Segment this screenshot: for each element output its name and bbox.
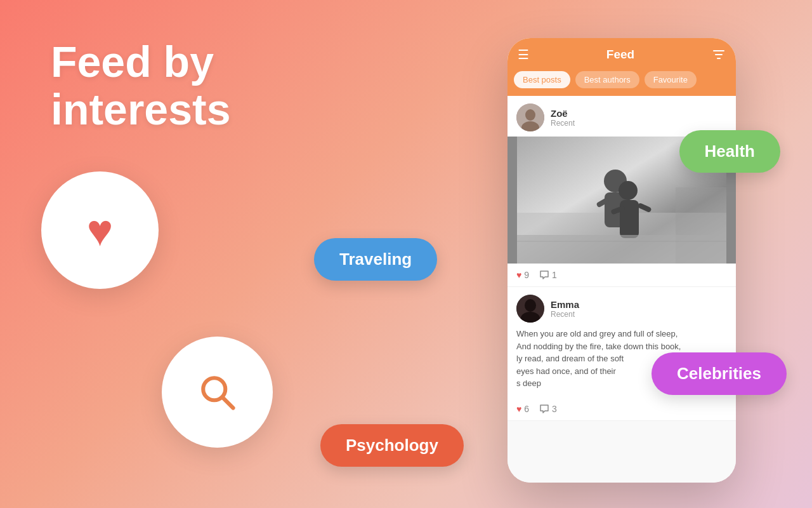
- post-text-line2: And nodding by the fire, take down this …: [516, 340, 727, 353]
- phone-header: ☰ Feed: [508, 38, 736, 71]
- menu-icon[interactable]: ☰: [518, 47, 529, 62]
- like-action-1[interactable]: ♥ 9: [516, 270, 529, 280]
- heart-icon-1: ♥: [516, 270, 521, 280]
- comment-count-2: 3: [552, 404, 557, 414]
- avatar-emma-img: [516, 295, 544, 323]
- author-time-emma: Recent: [551, 310, 579, 319]
- phone-mockup: ☰ Feed Best posts Best authors Favourite: [508, 38, 736, 483]
- post-text-line1: When you are old and grey and full of sl…: [516, 328, 727, 340]
- phone-title: Feed: [606, 48, 634, 62]
- svg-point-19: [525, 299, 536, 312]
- tab-favourite[interactable]: Favourite: [645, 71, 697, 88]
- author-info-zoe: Zoë Recent: [551, 108, 575, 128]
- tag-health[interactable]: Health: [679, 130, 780, 173]
- svg-rect-16: [517, 235, 726, 264]
- svg-point-3: [525, 109, 535, 121]
- like-count-1: 9: [524, 270, 529, 280]
- comment-action-2[interactable]: 3: [539, 404, 557, 414]
- headline: Feed by interests: [51, 38, 230, 133]
- heart-icon-2: ♥: [516, 404, 521, 414]
- svg-rect-13: [620, 200, 639, 238]
- tag-psychology[interactable]: Psychology: [320, 424, 464, 467]
- post-actions-1: ♥ 9 1: [508, 264, 736, 286]
- comment-action-1[interactable]: 1: [539, 270, 557, 280]
- comment-icon-1: [539, 270, 549, 280]
- tag-traveling[interactable]: Traveling: [314, 238, 437, 281]
- like-action-2[interactable]: ♥ 6: [516, 404, 529, 414]
- comment-icon-2: [539, 404, 549, 414]
- filter-icon[interactable]: [712, 48, 726, 62]
- svg-point-12: [619, 181, 638, 200]
- phone-tabs: Best posts Best authors Favourite: [508, 71, 736, 96]
- author-info-emma: Emma Recent: [551, 299, 579, 319]
- post-card-1: Zoë Recent: [508, 96, 736, 287]
- search-icon: [195, 370, 240, 415]
- like-count-2: 6: [524, 404, 529, 414]
- comment-count-1: 1: [552, 270, 557, 280]
- author-name-emma: Emma: [551, 299, 579, 310]
- author-time-zoe: Recent: [551, 119, 575, 128]
- author-name-zoe: Zoë: [551, 108, 575, 119]
- heart-circle: ♥: [41, 171, 159, 289]
- svg-line-1: [223, 398, 233, 408]
- post-author-2: Emma Recent: [508, 287, 736, 328]
- tab-best-authors[interactable]: Best authors: [575, 71, 639, 88]
- avatar-zoe: [516, 104, 544, 131]
- avatar-emma: [516, 295, 544, 323]
- post-actions-2: ♥ 6 3: [508, 398, 736, 420]
- search-circle: [162, 337, 273, 448]
- headline-line1: Feed by: [51, 38, 230, 86]
- tab-best-posts[interactable]: Best posts: [514, 71, 570, 88]
- tag-celebrities[interactable]: Celebrities: [652, 352, 787, 395]
- heart-icon: ♥: [87, 205, 114, 256]
- avatar-zoe-img: [516, 104, 544, 131]
- headline-line2: interests: [51, 86, 230, 133]
